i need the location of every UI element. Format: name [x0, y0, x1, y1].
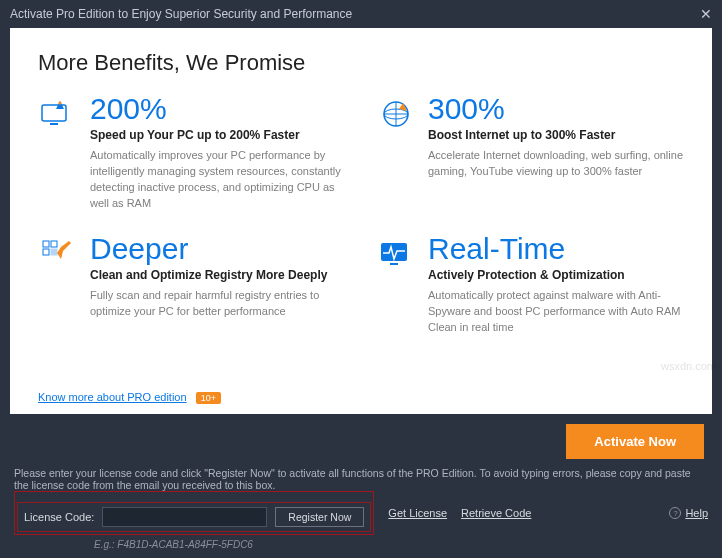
benefit-subtitle: Actively Protection & Optimization [428, 268, 684, 282]
benefit-title: 200% [90, 94, 346, 124]
license-code-input[interactable] [102, 507, 267, 527]
help-icon[interactable]: ? [669, 507, 681, 519]
svg-point-2 [59, 102, 62, 105]
benefit-internet: 300% Boost Internet up to 300% Faster Ac… [376, 94, 684, 212]
svg-rect-5 [43, 241, 49, 247]
benefit-title: Real-Time [428, 234, 684, 264]
benefit-description: Accelerate Internet downloading, web sur… [428, 148, 684, 180]
svg-rect-1 [50, 123, 58, 125]
learn-more-link[interactable]: Know more about PRO edition [38, 391, 187, 403]
learn-more-badge: 10+ [196, 392, 221, 404]
help-link[interactable]: Help [685, 507, 708, 519]
retrieve-code-link[interactable]: Retrieve Code [461, 507, 531, 519]
benefit-description: Fully scan and repair harmful registry e… [90, 288, 346, 320]
benefit-title: Deeper [90, 234, 346, 264]
activate-now-button[interactable]: Activate Now [566, 424, 704, 459]
benefit-description: Automatically protect against malware wi… [428, 288, 684, 336]
benefit-subtitle: Speed up Your PC up to 200% Faster [90, 128, 346, 142]
benefit-subtitle: Boost Internet up to 300% Faster [428, 128, 684, 142]
registry-broom-icon [38, 234, 78, 274]
svg-rect-10 [390, 263, 398, 265]
benefit-speed: 200% Speed up Your PC up to 200% Faster … [38, 94, 346, 212]
window-title: Activate Pro Edition to Enjoy Superior S… [10, 7, 352, 21]
get-license-link[interactable]: Get License [388, 507, 447, 519]
register-now-button[interactable]: Register Now [275, 507, 364, 527]
globe-rocket-icon [376, 94, 416, 134]
license-instructions: Please enter your license code and click… [14, 467, 708, 491]
benefit-description: Automatically improves your PC performan… [90, 148, 346, 212]
pulse-monitor-icon [376, 234, 416, 274]
svg-rect-7 [43, 249, 49, 255]
rocket-monitor-icon [38, 94, 78, 134]
page-title: More Benefits, We Promise [38, 50, 684, 76]
svg-rect-8 [51, 249, 57, 255]
license-code-label: License Code: [24, 511, 94, 523]
benefit-realtime: Real-Time Actively Protection & Optimiza… [376, 234, 684, 336]
close-icon[interactable]: ✕ [700, 6, 712, 22]
license-example: E.g.: F4B1D-ACAB1-A84FF-5FDC6 [94, 539, 708, 550]
svg-rect-6 [51, 241, 57, 247]
benefit-deeper: Deeper Clean and Optimize Registry More … [38, 234, 346, 336]
benefit-subtitle: Clean and Optimize Registry More Deeply [90, 268, 346, 282]
benefit-title: 300% [428, 94, 684, 124]
